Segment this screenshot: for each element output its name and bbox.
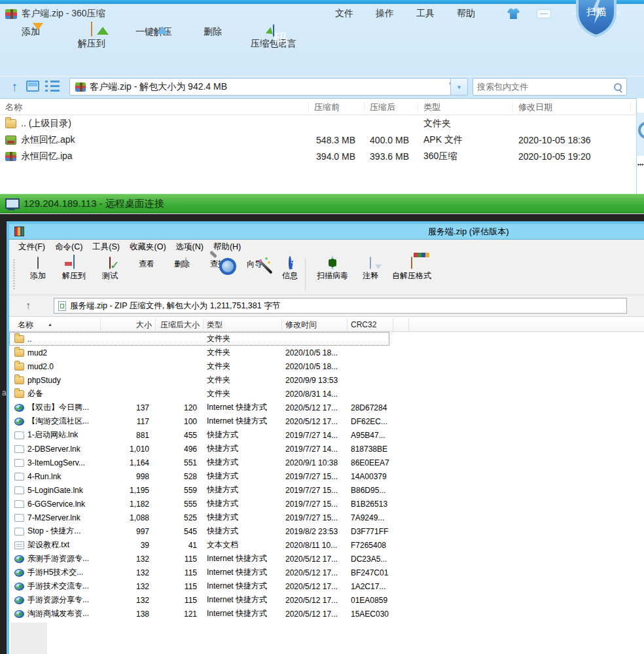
list-item[interactable]: .. 文件夹 [9, 332, 644, 346]
file-type: 快捷方式 [204, 443, 282, 454]
list-item[interactable]: mud2 文件夹 2020/10/5 18... [9, 346, 644, 359]
toolbar-button[interactable]: 解压到 [62, 25, 121, 50]
file-size: 1,195 [101, 486, 156, 495]
column-header-mtime[interactable]: 修改时间 [282, 318, 348, 331]
toolbar-button[interactable]: 自解压格式 [385, 257, 438, 282]
up-level-icon[interactable] [18, 298, 38, 314]
column-header-after[interactable]: 压缩后 [365, 101, 418, 113]
file-mtime: 2020/8/31 14... [282, 390, 348, 399]
column-header-name[interactable]: 名称 [5, 101, 309, 113]
address-field[interactable]: 服务端.zip - ZIP 压缩文件, 解包大小为 1,211,751,381 … [54, 298, 627, 314]
toolbar-button[interactable]: 删除 [164, 257, 200, 270]
winrar-menubar: 文件(F)命令(C)工具(S)收藏夹(O)选项(N)帮助(H) [9, 240, 644, 255]
menu-item[interactable]: 帮助(H) [213, 242, 241, 253]
skin-icon[interactable] [507, 9, 520, 19]
menu-item[interactable]: 工具 [416, 8, 435, 20]
list-item[interactable]: 7-M2Server.lnk 1,088 525 快捷方式 2019/7/27 … [9, 511, 644, 524]
archive-icon [75, 82, 86, 92]
column-header-name[interactable]: 名称 [14, 318, 101, 331]
list-item[interactable]: 手游资源分享专... 132 115 Internet 快捷方式 2020/5/… [9, 593, 644, 607]
toolbar-button[interactable]: 查找 [200, 257, 236, 270]
list-item[interactable]: .. (上级目录) 文件夹 [0, 115, 636, 132]
list-item[interactable]: 3-ItemLogServ... 1,164 551 快捷方式 2020/9/1… [9, 456, 644, 469]
toolbar-button[interactable]: 测试 [92, 257, 128, 282]
file-packed-size: 115 [156, 596, 204, 605]
file-date: 2020-10-05 19:20 [513, 151, 631, 162]
list-item[interactable]: 手游H5技术交... 132 115 Internet 快捷方式 2020/5/… [9, 566, 644, 579]
file-packed-size: 100 [156, 417, 204, 426]
side-rail-panel [637, 113, 644, 156]
list-item[interactable]: 【双击】今日腾... 137 120 Internet 快捷方式 2020/5/… [9, 401, 644, 414]
search-box [473, 78, 627, 96]
toolbar-button[interactable]: 删除 [183, 25, 242, 38]
list-item[interactable]: 必备 文件夹 2020/8/31 14... [9, 387, 644, 401]
column-header-type[interactable]: 类型 [418, 101, 513, 113]
toolbar-button-label: 一键解压 [124, 26, 183, 38]
toolbar-button[interactable]: 解压到 [56, 257, 92, 282]
column-header-type[interactable]: 类型 [204, 318, 282, 331]
list-item[interactable]: 6-GGService.lnk 1,182 555 快捷方式 2019/7/27… [9, 497, 644, 511]
list-item[interactable]: 亲测手游资源专... 132 115 Internet 快捷方式 2020/5/… [9, 552, 644, 566]
column-header-size[interactable]: 大小 [101, 318, 156, 331]
file-name: 6-GGService.lnk [27, 500, 101, 509]
menu-item[interactable]: 文件 [335, 8, 353, 20]
list-item[interactable]: mud2.0 文件夹 2020/10/5 18... [9, 359, 644, 373]
list-item[interactable]: 2-DBServer.lnk 1,010 496 快捷方式 2019/7/27 … [9, 442, 644, 456]
up-level-icon[interactable] [7, 79, 22, 94]
file-name: 必备 [27, 388, 101, 399]
search-icon[interactable] [613, 82, 622, 92]
file-icon [5, 152, 16, 161]
list-item[interactable]: 【淘游交流社区... 117 100 Internet 快捷方式 2020/5/… [9, 414, 644, 428]
toolbar-button[interactable]: 查看 [128, 257, 165, 270]
toolbar-button[interactable]: 向导 [236, 257, 273, 270]
list-item[interactable]: 5-LoginGate.lnk 1,195 559 快捷方式 2019/7/27… [9, 483, 644, 497]
menu-item[interactable]: 帮助 [457, 8, 475, 20]
feedback-icon[interactable] [537, 9, 551, 18]
address-field[interactable]: 客户端.zip - 解包大小为 942.4 MB V [69, 78, 462, 96]
toolbar-button[interactable]: 注释 [352, 257, 389, 282]
file-crc32: 86E0EEA7 [348, 458, 393, 467]
list-item[interactable]: Stop - 快捷方... 997 545 快捷方式 2019/8/2 23:5… [9, 524, 644, 538]
file-name: 3-ItemLogServ... [27, 458, 101, 467]
file-size-before: 394.0 MB [309, 151, 365, 162]
toolbar-button[interactable]: 压缩包语言 [244, 25, 303, 50]
file-mtime: 2020/10/5 18... [282, 362, 348, 371]
file-type: 文件夹 [204, 333, 282, 344]
rdp-titlebar[interactable]: 129.204.189.113 - 远程桌面连接 [0, 194, 644, 213]
menu-item[interactable]: 选项(N) [176, 242, 204, 253]
menu-item[interactable]: 命令(C) [55, 242, 82, 253]
file-packed-size: 551 [156, 458, 204, 467]
list-item[interactable]: 架设教程.txt 39 41 文本文档 2020/8/11 10... F726… [9, 538, 644, 552]
scan-shield-button[interactable]: 扫描 [572, 0, 620, 39]
column-header-date[interactable]: 修改日期 [513, 101, 631, 113]
list-item[interactable]: 手游技术交流专... 132 115 Internet 快捷方式 2020/5/… [9, 579, 644, 593]
column-header-crc[interactable]: CRC32 [348, 318, 393, 331]
view-mode-icon[interactable] [26, 81, 39, 92]
column-header-before[interactable]: 压缩前 [309, 101, 365, 113]
winrar-titlebar[interactable]: 服务端.zip (评估版本) [9, 224, 644, 240]
toolbar-button[interactable]: 添加 [1, 25, 60, 38]
search-input[interactable] [477, 82, 613, 92]
menu-item[interactable]: 操作 [376, 8, 394, 20]
menu-item[interactable]: 收藏夹(O) [130, 242, 166, 253]
file-icon [14, 583, 24, 590]
list-item[interactable]: 淘游商城发布资... 138 121 Internet 快捷方式 2020/5/… [9, 607, 644, 621]
list-item[interactable]: 4-Run.lnk 998 528 快捷方式 2019/7/27 15... 1… [9, 469, 644, 483]
list-item[interactable]: 永恒回忆.ipa 394.0 MB 393.6 MB 360压缩 2020-10… [0, 148, 636, 164]
toolbar-button[interactable]: 添加 [20, 257, 56, 282]
column-header-packed[interactable]: 压缩后大小 [156, 318, 204, 331]
toolbar-button[interactable]: 扫描病毒 [314, 257, 351, 282]
file-crc32: 1A2C17... [348, 582, 393, 591]
file-name: 【双击】今日腾... [27, 402, 101, 413]
address-dropdown-button[interactable] [450, 78, 468, 96]
menu-item[interactable]: 文件(F) [18, 242, 45, 253]
toolbar-button-icon [73, 257, 75, 269]
toolbar-button[interactable]: 信息 [272, 257, 308, 282]
list-mode-icon[interactable] [45, 81, 60, 92]
menu-item[interactable]: 工具(S) [92, 242, 120, 253]
toolbar-button[interactable]: 一键解压 [124, 25, 183, 38]
file-icon [5, 119, 16, 128]
list-item[interactable]: phpStudy 文件夹 2020/9/9 13:53 [9, 373, 644, 387]
list-item[interactable]: 1-启动网站.lnk 881 455 快捷方式 2019/7/27 14... … [9, 428, 644, 442]
list-item[interactable]: 永恒回忆.apk 548.3 MB 400.0 MB APK 文件 2020-1… [0, 132, 636, 148]
